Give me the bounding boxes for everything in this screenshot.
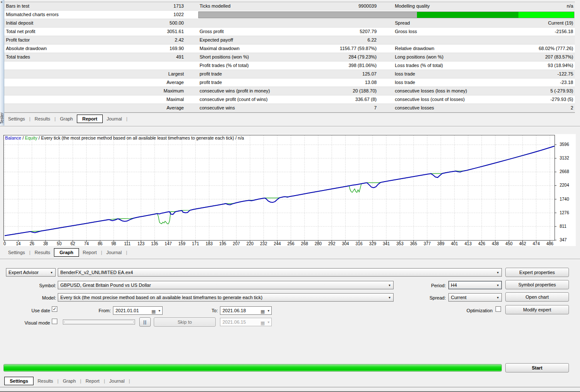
chevron-down-icon[interactable]: ▼ (158, 309, 161, 313)
report-value: 93 (18.94%) (497, 62, 573, 70)
settings-tabstrip: SettingsResults|Graph|Report|Journal| (4, 376, 130, 386)
spread-select[interactable]: Current ▼ (448, 293, 502, 302)
report-value: 398 (81.06%) (301, 62, 377, 70)
report-value: 7 (301, 104, 377, 112)
report-value: 6.22 (301, 36, 377, 44)
tab-settings[interactable]: Settings (4, 115, 29, 123)
x-tick-label: 123 (135, 241, 147, 246)
chevron-down-icon: ▼ (388, 296, 391, 300)
report-row: Profit factor2.42Expected payoff6.22 (4, 36, 575, 45)
calendar-icon[interactable]: ▦ (152, 308, 156, 315)
report-tabstrip: Settings|Results|GraphReportJournal| (4, 114, 128, 124)
report-value: Maximal (110, 95, 184, 104)
tab-graph[interactable]: Graph (59, 377, 80, 385)
skip-date-field: 2021.06.15 ▦ ▼ (220, 318, 272, 326)
report-label: consecutive profit (count of wins) (200, 95, 318, 104)
chevron-down-icon: ▼ (496, 271, 499, 274)
from-date-field[interactable]: 2021.01.01 ▦ ▼ (113, 306, 163, 315)
report-value: 20 (188.70) (301, 87, 377, 95)
x-tick-label: 292 (326, 241, 338, 246)
report-row: Total net profit3051.61Gross profit5207.… (4, 28, 575, 36)
use-date-checkbox[interactable]: ✓ (52, 306, 57, 312)
model-value: Every tick (the most precise method base… (60, 295, 262, 300)
report-value: 3051.61 (110, 28, 184, 36)
x-tick-label: 0 (0, 241, 11, 246)
tab-results[interactable]: Results (31, 115, 54, 123)
report-value: 13.08 (301, 78, 377, 87)
tab-results[interactable]: Results (31, 249, 54, 256)
chevron-down-icon: ▼ (496, 296, 499, 300)
calendar-icon[interactable]: ▦ (261, 308, 265, 315)
expert-advisor-select[interactable]: BenderFX_v2_UNLIMITED EA.ex4 ▼ (58, 268, 502, 277)
symbol-select[interactable]: GBPUSD, Great Britain Pound vs US Dollar… (58, 281, 394, 289)
legend-model-text: / Every tick (the most precise method ba… (39, 135, 244, 140)
x-tick-label: 304 (340, 241, 352, 246)
tab-report[interactable]: Report (79, 249, 101, 256)
optimization-checkbox[interactable] (496, 306, 501, 312)
x-tick-label: 26 (26, 241, 38, 246)
x-tick-label: 329 (367, 241, 379, 246)
trading-mode-select[interactable]: Expert Advisor ▼ (6, 268, 56, 277)
chevron-down-icon[interactable]: ▼ (267, 309, 270, 313)
graph-tabstrip: Settings|ResultsGraphReport|Journal| (4, 247, 128, 258)
tab-report[interactable]: Report (82, 377, 103, 385)
tab-report[interactable]: Report (77, 115, 103, 123)
report-value: 5 (-279.93) (497, 87, 573, 95)
report-value: 5207.79 (301, 28, 377, 36)
tab-settings[interactable]: Settings (4, 377, 34, 385)
skip-to-button[interactable]: Skip to (154, 317, 216, 327)
x-tick-label: 14 (12, 241, 24, 246)
tab-graph[interactable]: Graph (56, 115, 77, 123)
pause-button[interactable]: || (139, 317, 151, 327)
legend-balance-label: Balance (5, 135, 21, 140)
report-value: -279.93 (5) (497, 95, 573, 104)
report-value: 125.07 (301, 70, 377, 78)
x-tick-label: 341 (380, 241, 392, 246)
report-label: Ticks modelled (200, 2, 318, 10)
report-row: Maximumconsecutive wins (profit in money… (4, 87, 575, 95)
to-date-field[interactable]: 2021.06.18 ▦ ▼ (220, 306, 272, 315)
x-tick-label: 50 (53, 241, 65, 246)
tab-graph[interactable]: Graph (54, 248, 79, 257)
optimization-label: Optimization (456, 308, 493, 314)
balance-chart-panel: Balance / Equity / Every tick (the most … (3, 134, 576, 246)
y-tick-label: 3132 (560, 156, 578, 160)
from-date-value: 2021.01.01 (115, 308, 139, 313)
tab-journal[interactable]: Journal (103, 249, 126, 256)
tab-results[interactable]: Results (34, 377, 57, 385)
calendar-icon: ▦ (261, 319, 265, 327)
divider (0, 259, 580, 260)
report-label: Profit trades (% of total) (200, 62, 318, 70)
tab-journal[interactable]: Journal (103, 115, 126, 123)
model-select[interactable]: Every tick (the most precise method base… (58, 293, 394, 302)
tab-separator: | (126, 116, 128, 121)
start-button[interactable]: Start (505, 363, 569, 372)
x-tick-label: 159 (176, 241, 188, 246)
expert-properties-button[interactable]: Expert properties (505, 268, 569, 277)
visual-mode-checkbox[interactable] (52, 319, 57, 324)
report-row: Largestprofit trade125.07loss trade-122.… (4, 70, 575, 78)
visual-speed-slider[interactable] (63, 319, 135, 325)
report-value: Maximum (110, 87, 184, 95)
use-date-label: Use date (17, 308, 50, 314)
report-value: Current (19) (497, 19, 573, 27)
x-tick-label: 171 (189, 241, 201, 246)
report-value: Average (110, 104, 184, 112)
tab-journal[interactable]: Journal (105, 377, 128, 385)
report-value: 491 (110, 53, 184, 61)
close-icon[interactable]: × (0, 0, 3, 4)
x-tick-label: 38 (39, 241, 51, 246)
report-value: 336.67 (8) (301, 95, 377, 104)
tab-settings[interactable]: Settings (4, 249, 29, 256)
quality-bar-segment (417, 12, 519, 18)
x-tick-label: 207 (231, 241, 242, 246)
open-chart-button[interactable]: Open chart (505, 292, 569, 302)
x-tick-label: 389 (435, 241, 447, 246)
symbol-properties-button[interactable]: Symbol properties (505, 280, 569, 289)
divider (0, 126, 580, 127)
report-value: 207 (83.57%) (497, 53, 573, 61)
modify-expert-button[interactable]: Modify expert (505, 305, 569, 314)
x-tick-label: 353 (394, 241, 406, 246)
report-value: -2156.18 (497, 28, 573, 36)
period-select[interactable]: H4 ▼ (448, 281, 502, 289)
